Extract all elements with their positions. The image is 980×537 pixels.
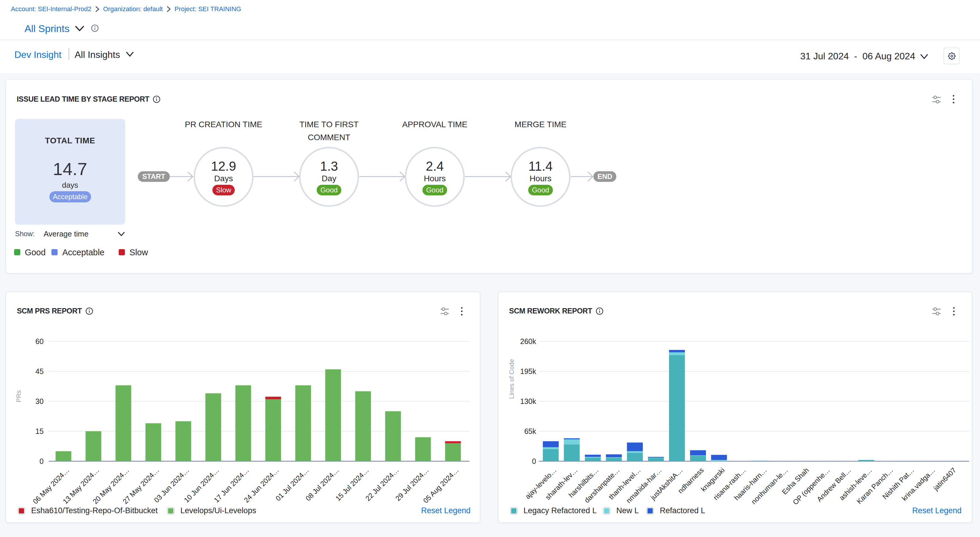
svg-text:65k: 65k (524, 427, 536, 435)
svg-text:30: 30 (35, 397, 43, 405)
svg-text:nonhuman-le…: nonhuman-le… (749, 466, 789, 505)
svg-text:195k: 195k (520, 367, 536, 375)
svg-text:130k: 130k (520, 397, 536, 405)
svg-text:jatin6407: jatin6407 (932, 466, 958, 492)
svg-text:15: 15 (35, 427, 43, 435)
svg-text:Karan Panch…: Karan Panch… (855, 466, 894, 505)
svg-text:Lines of Code: Lines of Code (508, 359, 515, 399)
svg-text:PRs: PRs (15, 390, 22, 402)
svg-text:260k: 260k (520, 337, 536, 345)
svg-text:60: 60 (35, 337, 43, 345)
svg-text:0: 0 (39, 457, 43, 466)
svg-text:45: 45 (35, 367, 43, 375)
svg-text:0: 0 (532, 457, 536, 466)
svg-text:OP (oppenhe…: OP (oppenhe… (791, 466, 831, 506)
